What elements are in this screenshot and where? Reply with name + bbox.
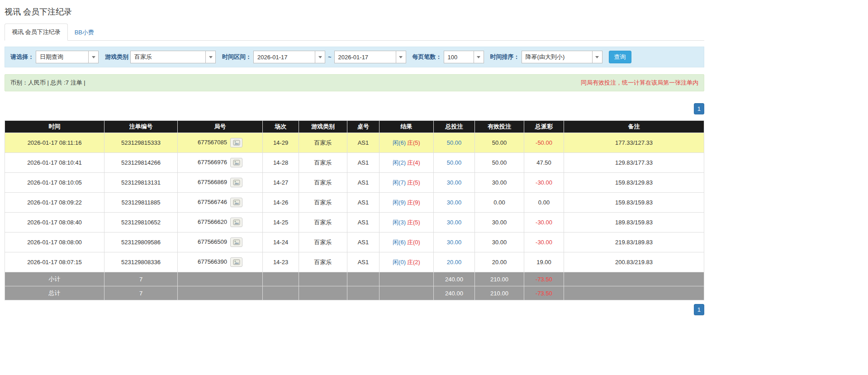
page-title: 视讯 会员下注纪录 bbox=[5, 0, 704, 17]
cell-result: 闲(6)庄(5) bbox=[379, 133, 434, 153]
cell-valid-bet: 0.00 bbox=[475, 193, 524, 213]
chevron-down-icon bbox=[318, 56, 322, 58]
cell-time: 2026-01-17 08:09:22 bbox=[5, 193, 104, 213]
cell-game-type: 百家乐 bbox=[299, 213, 347, 233]
cell-note: 129.83/177.33 bbox=[564, 153, 704, 173]
page-size-combobox: 100 bbox=[444, 51, 484, 63]
subtotal-valid-bet: 210.00 bbox=[475, 272, 524, 286]
total-bet-link[interactable]: 50.00 bbox=[447, 139, 462, 146]
time-sort-label: 时间排序： bbox=[490, 53, 520, 61]
summary-bar: 币别：人民币 | 总共 :7 注单 | 同局有效投注，统一计算在该局第一张注单内 bbox=[5, 74, 704, 91]
column-header-7: 总投注 bbox=[434, 121, 475, 133]
cell-valid-bet: 30.00 bbox=[475, 213, 524, 233]
cell-payout: 19.00 bbox=[524, 252, 564, 272]
column-header-6: 结果 bbox=[379, 121, 434, 133]
select-type-value[interactable]: 日期查询 bbox=[36, 51, 88, 63]
date-from-dropdown-button[interactable] bbox=[315, 51, 325, 63]
total-label: 总计 bbox=[5, 286, 104, 300]
cell-valid-bet: 20.00 bbox=[475, 252, 524, 272]
cell-time: 2026-01-17 08:08:00 bbox=[5, 233, 104, 252]
game-result-icon bbox=[233, 259, 240, 265]
cell-round-no: 677566390 bbox=[178, 252, 263, 272]
date-from-picker: 2026-01-17 bbox=[253, 51, 325, 63]
select-type-label: 请选择： bbox=[10, 53, 34, 61]
column-header-4: 游戏类别 bbox=[299, 121, 347, 133]
cell-empty bbox=[263, 272, 299, 286]
tab-bb-tip[interactable]: BB小费 bbox=[68, 24, 101, 41]
total-bet-link[interactable]: 30.00 bbox=[447, 219, 462, 226]
page-size-value[interactable]: 100 bbox=[444, 51, 474, 63]
cell-table-no: AS1 bbox=[347, 173, 379, 193]
view-cards-button[interactable] bbox=[230, 198, 242, 207]
time-sort-dropdown-button[interactable] bbox=[592, 51, 602, 63]
cell-game-type: 百家乐 bbox=[299, 252, 347, 272]
column-header-5: 桌号 bbox=[347, 121, 379, 133]
total-bet-link[interactable]: 30.00 bbox=[447, 179, 462, 186]
filter-bar: 请选择： 日期查询 游戏类别 百家乐 时间区间： 2026-01-17 ~ 20… bbox=[5, 47, 704, 67]
cell-empty bbox=[379, 286, 434, 300]
view-cards-button[interactable] bbox=[230, 218, 242, 227]
select-type-dropdown-button[interactable] bbox=[88, 51, 99, 63]
cell-empty bbox=[299, 272, 347, 286]
subtotal-count: 7 bbox=[104, 272, 178, 286]
date-from-value[interactable]: 2026-01-17 bbox=[253, 51, 315, 63]
view-cards-button[interactable] bbox=[230, 138, 242, 147]
cell-session: 14-23 bbox=[263, 252, 299, 272]
total-row: 总计 7 240.00 210.00 -73.50 bbox=[5, 286, 704, 300]
cell-note: 159.83/159.83 bbox=[564, 193, 704, 213]
page-size-dropdown-button[interactable] bbox=[474, 51, 484, 63]
cell-session: 14-28 bbox=[263, 153, 299, 173]
cell-total-bet: 30.00 bbox=[434, 173, 475, 193]
cell-valid-bet: 50.00 bbox=[475, 133, 524, 153]
cell-order-no: 523129813131 bbox=[104, 173, 178, 193]
table-header-row: 时间注单编号局号场次游戏类别桌号结果总投注有效投注总派彩备注 bbox=[5, 121, 704, 133]
cell-empty bbox=[263, 286, 299, 300]
cell-total-bet: 30.00 bbox=[434, 193, 475, 213]
cell-order-no: 523129811885 bbox=[104, 193, 178, 213]
game-type-value[interactable]: 百家乐 bbox=[130, 51, 205, 63]
cell-time: 2026-01-17 08:07:15 bbox=[5, 252, 104, 272]
cell-valid-bet: 50.00 bbox=[475, 153, 524, 173]
view-cards-button[interactable] bbox=[230, 158, 242, 167]
cell-round-no: 677567085 bbox=[178, 133, 263, 153]
cell-game-type: 百家乐 bbox=[299, 133, 347, 153]
cell-time: 2026-01-17 08:11:16 bbox=[5, 133, 104, 153]
date-to-dropdown-button[interactable] bbox=[396, 51, 406, 63]
view-cards-button[interactable] bbox=[230, 237, 242, 247]
tab-bet-records[interactable]: 视讯 会员下注纪录 bbox=[5, 24, 68, 41]
cell-order-no: 523129815333 bbox=[104, 133, 178, 153]
search-button[interactable]: 查询 bbox=[609, 51, 631, 63]
game-type-dropdown-button[interactable] bbox=[205, 51, 216, 63]
page-1-button[interactable]: 1 bbox=[694, 103, 704, 114]
cell-result: 闲(0)庄(2) bbox=[379, 252, 434, 272]
total-bet-link[interactable]: 30.00 bbox=[447, 239, 462, 246]
page-1-button[interactable]: 1 bbox=[694, 304, 704, 315]
banker-result: 庄(4) bbox=[407, 159, 420, 166]
date-to-picker: 2026-01-17 bbox=[334, 51, 406, 63]
cell-result: 闲(7)庄(5) bbox=[379, 173, 434, 193]
column-header-9: 总派彩 bbox=[524, 121, 564, 133]
view-cards-button[interactable] bbox=[230, 257, 242, 267]
cell-note: 159.83/129.83 bbox=[564, 173, 704, 193]
date-to-value[interactable]: 2026-01-17 bbox=[334, 51, 396, 63]
cell-result: 闲(2)庄(4) bbox=[379, 153, 434, 173]
cell-round-no: 677566976 bbox=[178, 153, 263, 173]
pagination-top: 1 bbox=[5, 103, 704, 114]
total-bet-link[interactable]: 20.00 bbox=[447, 259, 462, 266]
cell-payout: -30.00 bbox=[524, 233, 564, 252]
column-header-3: 场次 bbox=[263, 121, 299, 133]
player-result: 闲(3) bbox=[393, 219, 406, 226]
view-cards-button[interactable] bbox=[230, 178, 242, 187]
cell-round-no: 677566509 bbox=[178, 233, 263, 252]
banker-result: 庄(0) bbox=[407, 239, 420, 246]
cell-session: 14-27 bbox=[263, 173, 299, 193]
cell-order-no: 523129808336 bbox=[104, 252, 178, 272]
cell-game-type: 百家乐 bbox=[299, 193, 347, 213]
total-bet-link[interactable]: 30.00 bbox=[447, 199, 462, 206]
cell-game-type: 百家乐 bbox=[299, 153, 347, 173]
round-no-text: 677566620 bbox=[198, 218, 227, 225]
round-no-text: 677566976 bbox=[198, 159, 227, 166]
cell-round-no: 677566620 bbox=[178, 213, 263, 233]
time-sort-value[interactable]: 降幂(由大到小) bbox=[522, 51, 592, 63]
total-bet-link[interactable]: 50.00 bbox=[447, 159, 462, 166]
